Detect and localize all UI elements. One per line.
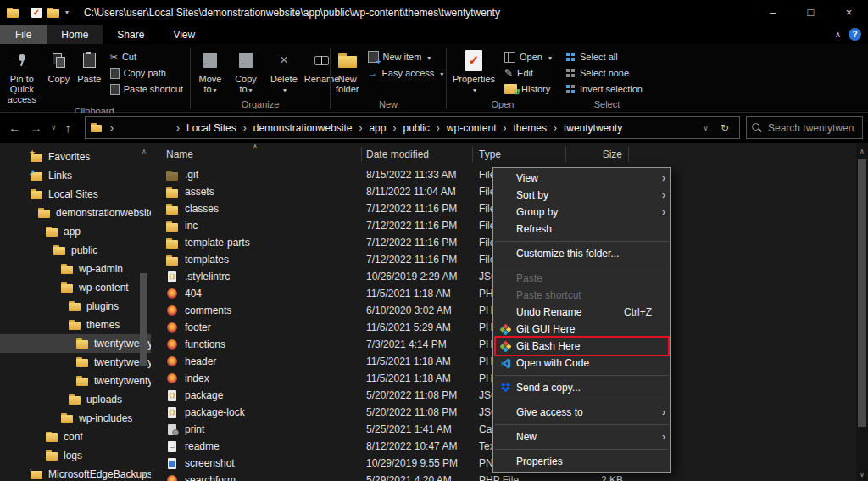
- tree-item[interactable]: twentytwenty: [0, 334, 151, 353]
- tree-item[interactable]: Links: [0, 166, 151, 185]
- tree-item[interactable]: themes: [0, 316, 151, 334]
- cut-button[interactable]: ✂Cut: [110, 49, 183, 64]
- breadcrumb[interactable]: Local Sitesdemonstrationwebsiteapppublic…: [85, 116, 740, 139]
- back-icon[interactable]: ←: [8, 120, 21, 135]
- breadcrumb-segment[interactable]: public: [386, 117, 429, 138]
- edit-button[interactable]: ✎Edit: [504, 65, 552, 81]
- search-input[interactable]: [766, 121, 857, 135]
- tab-view[interactable]: View: [159, 25, 209, 44]
- refresh-icon[interactable]: ↻: [721, 122, 729, 134]
- context-menu-item[interactable]: ›: [493, 421, 670, 428]
- tab-file[interactable]: File: [0, 25, 47, 44]
- qat-new-folder-button[interactable]: [47, 8, 59, 18]
- context-menu-item[interactable]: Git GUI Here ›: [493, 321, 670, 338]
- context-menu-item[interactable]: Paste ›: [493, 270, 670, 287]
- context-menu-item[interactable]: Git Bash Here ›: [493, 338, 670, 355]
- tree-item[interactable]: conf: [0, 428, 151, 446]
- context-menu-item[interactable]: ›: [493, 238, 670, 245]
- copy-path-button[interactable]: Copy path: [110, 65, 183, 81]
- tab-share[interactable]: Share: [103, 25, 159, 44]
- recent-locations-dropdown-icon[interactable]: ∨: [51, 123, 57, 131]
- context-menu-item[interactable]: ›: [493, 396, 670, 404]
- breadcrumb-segment[interactable]: demonstrationwebsite: [236, 117, 353, 138]
- copy-button[interactable]: Copy: [44, 47, 74, 86]
- context-menu-item[interactable]: Undo Rename Ctrl+Z ›: [493, 304, 670, 321]
- breadcrumb-segment[interactable]: app: [352, 117, 386, 138]
- pin-to-quick-access-button[interactable]: Pin to Quick access: [0, 47, 44, 106]
- copy-to-button[interactable]: Copy to: [228, 47, 264, 98]
- tree-item[interactable]: app: [0, 222, 151, 241]
- tree-item[interactable]: twentytwenty: [0, 353, 151, 372]
- tree-scrollbar[interactable]: ∧ ∨: [139, 143, 149, 481]
- address-dropdown-icon[interactable]: ∨: [703, 124, 709, 132]
- select-all-button[interactable]: Select all: [566, 49, 643, 64]
- tree-item[interactable]: wp-content: [0, 278, 151, 297]
- paste-shortcut-button[interactable]: Paste shortcut: [110, 81, 183, 97]
- context-menu-item[interactable]: Sort by ›: [493, 187, 670, 204]
- breadcrumb-segment[interactable]: twentytwenty: [547, 117, 622, 138]
- context-menu-item[interactable]: Refresh ›: [493, 221, 670, 238]
- breadcrumb-segment[interactable]: wp-content: [430, 117, 497, 138]
- scroll-up-icon[interactable]: ∧: [139, 148, 149, 155]
- tree-item[interactable]: wp-includes: [0, 409, 151, 428]
- context-menu-item[interactable]: ›: [493, 262, 670, 270]
- forward-icon[interactable]: →: [30, 120, 42, 135]
- context-menu-item[interactable]: New ›: [493, 428, 670, 445]
- open-button[interactable]: Open: [504, 49, 552, 64]
- close-button[interactable]: ×: [830, 0, 868, 25]
- context-menu-item[interactable]: Open with Code ›: [493, 355, 670, 372]
- scroll-up-icon[interactable]: ∧: [856, 148, 868, 155]
- breadcrumb-segment[interactable]: [103, 117, 170, 138]
- tree-item[interactable]: MicrosoftEdgeBackups: [0, 465, 151, 481]
- qat-customize-dropdown[interactable]: ▾: [65, 8, 69, 16]
- tree-item[interactable]: demonstrationwebsite: [0, 204, 151, 222]
- select-none-button[interactable]: Select none: [566, 65, 643, 81]
- properties-button[interactable]: ✓ Properties: [448, 47, 499, 98]
- history-button[interactable]: History: [504, 81, 552, 97]
- tab-home[interactable]: Home: [47, 25, 103, 44]
- context-menu-item[interactable]: Give access to ›: [493, 404, 670, 421]
- file-row[interactable]: searchform 5/29/2021 4:20 AM PHP File 2 …: [151, 472, 854, 481]
- context-menu-item[interactable]: Group by ›: [493, 204, 670, 221]
- up-icon[interactable]: ↑: [65, 120, 72, 135]
- tree-item[interactable]: uploads: [0, 390, 151, 409]
- context-menu-item[interactable]: ›: [493, 372, 670, 379]
- tree-item[interactable]: Favorites: [0, 148, 151, 166]
- context-menu-item[interactable]: Customize this folder... ›: [493, 245, 670, 262]
- column-header-size[interactable]: Size: [566, 147, 629, 162]
- file-list-scrollbar[interactable]: ∧ ∨: [856, 143, 868, 481]
- new-item-button[interactable]: New item: [368, 49, 444, 64]
- breadcrumb-segment[interactable]: Local Sites: [170, 117, 236, 138]
- minimize-ribbon-icon[interactable]: ∧: [835, 30, 841, 39]
- context-menu-item[interactable]: ›: [493, 445, 670, 453]
- tree-scrollbar-thumb[interactable]: [140, 273, 147, 366]
- tree-item[interactable]: plugins: [0, 297, 151, 316]
- scroll-down-icon[interactable]: ∨: [856, 471, 868, 478]
- search-box[interactable]: [746, 116, 863, 139]
- move-to-button[interactable]: Move to: [192, 47, 228, 98]
- file-list-scrollbar-thumb[interactable]: [858, 159, 866, 427]
- new-folder-button[interactable]: New folder: [332, 47, 363, 96]
- invert-selection-button[interactable]: Invert selection: [566, 81, 643, 97]
- breadcrumb-segment[interactable]: themes: [497, 117, 547, 138]
- column-header-name[interactable]: Name: [151, 147, 362, 162]
- column-header-type[interactable]: Type: [473, 147, 566, 162]
- column-header-date-modified[interactable]: Date modified: [362, 147, 473, 162]
- easy-access-button[interactable]: →Easy access: [368, 65, 444, 81]
- context-menu-item[interactable]: Properties ›: [493, 453, 670, 470]
- minimize-button[interactable]: –: [754, 0, 792, 25]
- tree-item[interactable]: Local Sites: [0, 185, 151, 204]
- context-menu-item[interactable]: View ›: [493, 170, 670, 187]
- context-menu-item[interactable]: Paste shortcut ›: [493, 287, 670, 304]
- maximize-button[interactable]: □: [792, 0, 830, 25]
- scroll-down-icon[interactable]: ∨: [139, 470, 149, 478]
- delete-button[interactable]: × Delete: [267, 47, 301, 98]
- tree-item[interactable]: logs: [0, 446, 151, 465]
- tree-item[interactable]: public: [0, 241, 151, 260]
- tree-item[interactable]: wp-admin: [0, 260, 151, 278]
- context-menu-item[interactable]: Send a copy... ›: [493, 379, 670, 396]
- qat-properties-button[interactable]: ✓: [31, 8, 42, 18]
- tree-item[interactable]: twentytwenty: [0, 372, 151, 390]
- help-icon[interactable]: ?: [849, 28, 861, 41]
- paste-button[interactable]: Paste: [74, 47, 105, 86]
